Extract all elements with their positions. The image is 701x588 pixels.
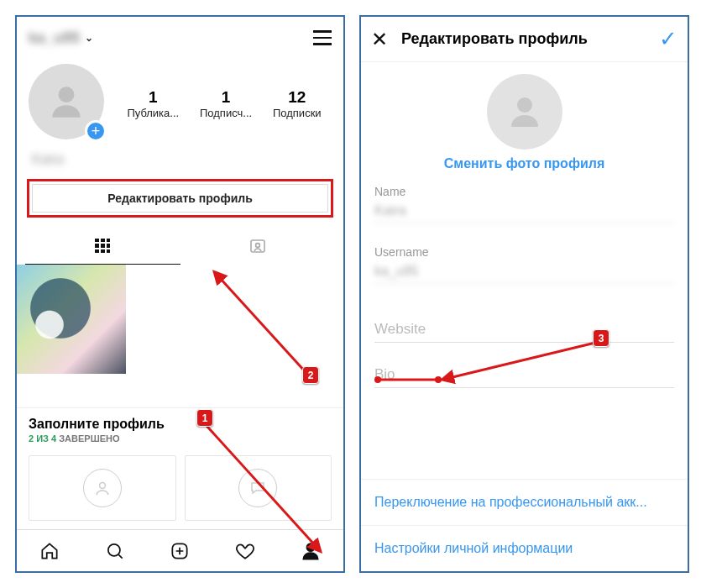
tab-tagged[interactable]: [180, 228, 336, 265]
edit-profile-screen: ✕ Редактировать профиль ✓ Сменить фото п…: [359, 15, 689, 573]
annotation-badge-1: 1: [196, 409, 213, 427]
edit-profile-button[interactable]: Редактировать профиль: [32, 184, 328, 213]
annotation-badge-3: 3: [593, 329, 609, 347]
avatar-outline-icon: [83, 469, 122, 507]
profile-screen: ka_u95 ⌄ + 1 Публика... 1 Подписч... 12 …: [15, 15, 345, 573]
username-value[interactable]: ka_u95: [374, 259, 674, 284]
switch-professional-link[interactable]: Переключение на профессиональный акк...: [361, 479, 688, 525]
nav-activity[interactable]: [212, 530, 278, 571]
profile-tabs: [17, 228, 343, 265]
profile-row: + 1 Публика... 1 Подписч... 12 Подписки: [17, 59, 343, 150]
bio-placeholder: Bio: [374, 366, 674, 383]
posts-label: Публика...: [127, 107, 179, 119]
confirm-icon[interactable]: ✓: [659, 26, 677, 52]
edit-title: Редактировать профиль: [395, 30, 659, 48]
menu-icon[interactable]: [313, 30, 332, 45]
grid-icon: [95, 239, 110, 254]
highlight-edit-profile: Редактировать профиль: [27, 179, 333, 218]
avatar-container[interactable]: +: [29, 64, 108, 144]
nav-create[interactable]: [148, 530, 213, 571]
svg-point-9: [517, 97, 532, 113]
plus-square-icon: [169, 540, 191, 562]
name-label: Name: [374, 185, 674, 198]
home-icon: [39, 540, 60, 562]
edit-avatar-placeholder-icon[interactable]: [487, 74, 562, 150]
following-label: Подписки: [273, 107, 322, 119]
svg-rect-1: [251, 240, 264, 252]
following-count: 12: [273, 88, 322, 107]
complete-profile-block: Заполните профиль 2 ИЗ 4 ЗАВЕРШЕНО: [17, 407, 343, 529]
speech-outline-icon: [238, 469, 277, 507]
suggestion-card-bio[interactable]: [185, 455, 332, 521]
profile-header: ka_u95 ⌄: [17, 17, 343, 59]
field-website[interactable]: Website: [361, 321, 688, 343]
field-username[interactable]: Username ka_u95: [361, 245, 688, 284]
svg-point-6: [307, 543, 315, 551]
annotation-badge-2: 2: [302, 366, 319, 384]
change-photo-link[interactable]: Сменить фото профиля: [361, 156, 688, 171]
complete-profile-title: Заполните профиль: [29, 417, 332, 432]
username-label: Username: [374, 245, 674, 259]
website-input[interactable]: [374, 338, 674, 343]
heart-icon: [234, 540, 256, 562]
bottom-nav: [17, 529, 343, 571]
chevron-down-icon: ⌄: [85, 32, 93, 44]
personal-info-link[interactable]: Настройки личной информации: [361, 525, 688, 571]
post-thumbnail[interactable]: [17, 265, 126, 374]
svg-point-2: [255, 244, 259, 248]
tab-grid[interactable]: [25, 228, 180, 265]
posts-count: 1: [127, 88, 179, 107]
stats-row: 1 Публика... 1 Подписч... 12 Подписки: [117, 88, 332, 119]
svg-point-4: [108, 543, 120, 555]
posts-gallery: [17, 265, 343, 374]
followers-label: Подписч...: [200, 107, 252, 119]
nav-home[interactable]: [17, 530, 82, 571]
display-name: Katra: [17, 150, 343, 179]
nav-profile[interactable]: [278, 530, 343, 571]
name-value[interactable]: Katra: [374, 198, 674, 223]
stat-followers[interactable]: 1 Подписч...: [200, 88, 252, 119]
stat-following[interactable]: 12 Подписки: [273, 88, 322, 119]
stat-posts[interactable]: 1 Публика...: [127, 88, 179, 119]
complete-profile-progress: 2 ИЗ 4 ЗАВЕРШЕНО: [29, 433, 332, 444]
followers-count: 1: [200, 88, 252, 107]
search-icon: [104, 540, 126, 562]
profile-icon: [300, 540, 322, 562]
bio-input[interactable]: [374, 383, 674, 388]
username-text: ka_u95: [29, 29, 80, 47]
username-dropdown[interactable]: ka_u95 ⌄: [29, 29, 93, 47]
close-icon[interactable]: ✕: [371, 28, 395, 51]
svg-point-3: [99, 483, 105, 489]
website-placeholder: Website: [374, 321, 674, 338]
tagged-icon: [248, 236, 268, 256]
add-story-icon[interactable]: +: [85, 120, 107, 142]
field-name[interactable]: Name Katra: [361, 185, 688, 223]
svg-point-0: [59, 87, 75, 102]
suggestion-card-avatar[interactable]: [29, 455, 176, 521]
edit-header: ✕ Редактировать профиль ✓: [361, 17, 688, 62]
field-bio[interactable]: Bio: [361, 366, 688, 388]
nav-search[interactable]: [82, 530, 148, 571]
